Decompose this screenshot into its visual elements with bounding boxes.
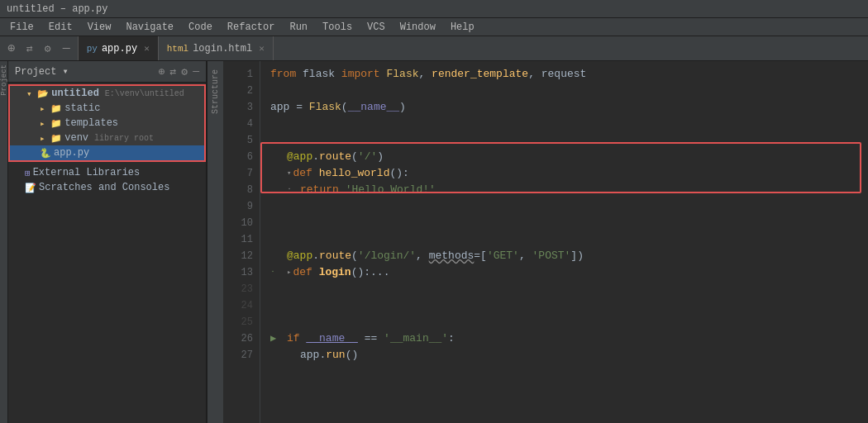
locate-file-icon[interactable]: ⊕ — [159, 65, 165, 78]
menu-view[interactable]: View — [81, 20, 118, 35]
title-separator: – — [55, 3, 73, 15]
left-side-strip: Project — [0, 61, 8, 423]
code-line-2 — [270, 83, 858, 99]
project-settings-icon[interactable]: ⚙ — [181, 65, 188, 78]
scratches-icon: 📝 — [25, 183, 36, 193]
line-numbers: 1 2 3 4 5 6 7 8 9 10 11 12 13 23 24 25 2… — [223, 61, 260, 423]
tab-app-py[interactable]: py app.py ✕ — [79, 36, 159, 60]
html-icon: html — [167, 44, 188, 54]
code-line-10 — [270, 215, 858, 231]
split-button[interactable]: ⇄ — [22, 40, 37, 57]
menu-run[interactable]: Run — [283, 20, 314, 35]
code-line-9 — [270, 198, 858, 215]
folder-static-icon: ▸ 📁 — [40, 103, 62, 114]
tree-templates-label: templates — [64, 117, 118, 129]
code-line-5 — [270, 132, 858, 149]
title-bar: untitled – app.py — [0, 0, 868, 18]
tab-controls: ⊕ ⇄ ⚙ — — [0, 36, 79, 60]
project-header-icons: ⊕ ⇄ ⚙ — — [159, 65, 199, 78]
main-layout: Project Project ▾ ⊕ ⇄ ⚙ — ▾ 📂 untitled E… — [0, 61, 868, 423]
tree-item-static[interactable]: ▸ 📁 static — [8, 101, 206, 116]
tree-venv-label: venv — [64, 132, 88, 144]
tab-login-html[interactable]: html login.html ✕ — [159, 36, 274, 60]
code-content[interactable]: from flask import Flask, render_template… — [260, 61, 868, 423]
project-header: Project ▾ ⊕ ⇄ ⚙ — — [8, 61, 206, 83]
tab-app-py-close[interactable]: ✕ — [144, 43, 150, 54]
settings-icon[interactable]: ⚙ — [41, 40, 55, 57]
tree-untitled-path: E:\venv\untitled — [105, 89, 184, 98]
tree-item-scratches[interactable]: 📝 Scratches and Consoles — [8, 180, 206, 195]
folder-templates-icon: ▸ 📁 — [40, 118, 62, 129]
structure-panel: Structure — [207, 61, 223, 423]
tab-bar: ⊕ ⇄ ⚙ — py app.py ✕ html login.html ✕ — [0, 36, 868, 61]
py-icon: py — [87, 44, 98, 54]
tab-app-py-label: app.py — [102, 43, 137, 55]
project-strip-label[interactable]: Project — [0, 64, 8, 96]
code-line-26: ▶ if __name__ == '__main__': — [270, 330, 858, 347]
code-line-8: ⬝ return 'Hello World!' — [270, 182, 858, 198]
menu-vcs[interactable]: VCS — [360, 20, 392, 35]
code-line-23 — [270, 281, 858, 297]
tree-venv-sublabel: library root — [94, 134, 154, 143]
menu-tools[interactable]: Tools — [316, 20, 359, 35]
title-file: app.py — [72, 3, 107, 15]
file-tabs: py app.py ✕ html login.html ✕ — [79, 36, 868, 60]
tree-item-venv[interactable]: ▸ 📁 venv library root — [8, 131, 206, 145]
external-libs-icon: ⊞ — [25, 168, 31, 178]
code-line-13: ⬝ ▸def login():... — [270, 264, 858, 281]
new-tab-button[interactable]: ⊕ — [3, 39, 19, 58]
tree-item-external-libs[interactable]: ⊞ External Libraries — [8, 165, 206, 180]
code-line-25 — [270, 314, 858, 330]
tree-external-libs-label: External Libraries — [33, 167, 141, 178]
project-panel-title: Project ▾ — [15, 65, 155, 78]
menu-edit[interactable]: Edit — [42, 20, 79, 35]
code-line-11 — [270, 231, 858, 248]
tree-item-app-py[interactable]: 🐍 app.py — [8, 145, 206, 162]
tree-static-label: static — [64, 102, 100, 114]
project-tree: ▾ 📂 untitled E:\venv\untitled ▸ 📁 static… — [8, 83, 206, 423]
menu-bar: File Edit View Navigate Code Refactor Ru… — [0, 18, 868, 36]
code-line-3: app = Flask(__name__) — [270, 99, 858, 116]
folder-venv-icon: ▸ 📁 — [40, 133, 62, 144]
menu-file[interactable]: File — [3, 20, 41, 35]
code-line-7: ▾def hello_world(): — [270, 165, 858, 182]
collapse-all-icon[interactable]: ⇄ — [170, 65, 177, 78]
code-line-4 — [270, 116, 858, 132]
editor-area: 1 2 3 4 5 6 7 8 9 10 11 12 13 23 24 25 2… — [223, 61, 868, 423]
tree-app-py-label: app.py — [54, 147, 89, 159]
close-panel-button[interactable]: — — [59, 40, 74, 57]
code-line-27: app.run() — [270, 347, 858, 364]
title-project: untitled — [7, 3, 55, 15]
menu-refactor[interactable]: Refactor — [221, 20, 282, 35]
code-line-1: from flask import Flask, render_template… — [270, 66, 858, 83]
code-line-12: @app.route('/login/', methods=['GET', 'P… — [270, 248, 858, 264]
tab-login-html-label: login.html — [193, 43, 252, 55]
file-py-icon: 🐍 — [40, 148, 51, 159]
code-line-24 — [270, 297, 858, 314]
tree-scratches-label: Scratches and Consoles — [39, 182, 169, 193]
tab-login-html-close[interactable]: ✕ — [259, 43, 265, 54]
tree-item-untitled[interactable]: ▾ 📂 untitled E:\venv\untitled — [8, 84, 206, 101]
menu-code[interactable]: Code — [182, 20, 219, 35]
project-close-icon[interactable]: — — [193, 65, 199, 78]
tree-item-templates[interactable]: ▸ 📁 templates — [8, 116, 206, 131]
folder-open-icon: ▾ 📂 — [26, 88, 49, 99]
project-panel: Project ▾ ⊕ ⇄ ⚙ — ▾ 📂 untitled E:\venv\u… — [8, 61, 207, 423]
code-editor[interactable]: 1 2 3 4 5 6 7 8 9 10 11 12 13 23 24 25 2… — [223, 61, 868, 423]
menu-help[interactable]: Help — [444, 20, 481, 35]
menu-window[interactable]: Window — [393, 20, 442, 35]
menu-navigate[interactable]: Navigate — [119, 20, 180, 35]
code-line-6: @app.route('/') — [270, 149, 858, 165]
tree-untitled-label: untitled — [51, 88, 99, 99]
structure-label[interactable]: Structure — [211, 69, 220, 114]
